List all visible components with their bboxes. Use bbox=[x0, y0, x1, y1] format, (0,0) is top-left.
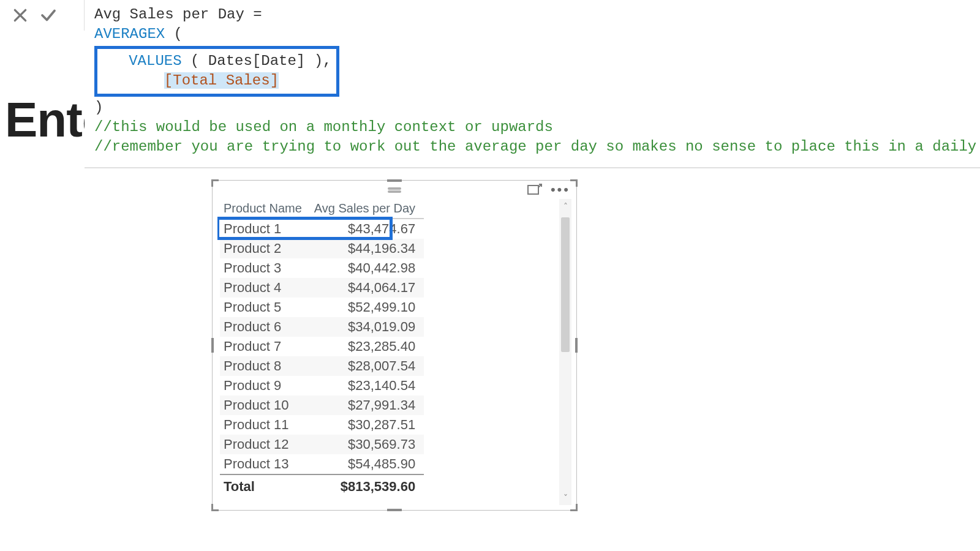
cell-product-name: Product 5 bbox=[220, 298, 311, 317]
scroll-up-arrow-icon[interactable]: ˄ bbox=[564, 199, 568, 214]
cell-product-name: Product 8 bbox=[220, 356, 311, 376]
cell-avg-sales: $43,474.67 bbox=[311, 219, 424, 239]
table-row[interactable]: Product 4$44,064.17 bbox=[220, 278, 424, 298]
background-heading: Ente bbox=[5, 92, 85, 148]
cell-avg-sales: $40,442.98 bbox=[311, 258, 424, 278]
cell-avg-sales: $30,569.73 bbox=[311, 435, 424, 454]
comment-line-1: //this would be used on a monthly contex… bbox=[94, 119, 553, 135]
table-row[interactable]: Product 3$40,442.98 bbox=[220, 258, 424, 278]
cell-avg-sales: $44,064.17 bbox=[311, 278, 424, 298]
total-label: Total bbox=[220, 474, 311, 497]
func-values: VALUES bbox=[129, 53, 181, 69]
table-header-row: Product Name Avg Sales per Day bbox=[220, 199, 424, 219]
more-options-icon[interactable]: ••• bbox=[551, 183, 570, 197]
total-value: $813,539.60 bbox=[311, 474, 424, 497]
focus-mode-icon[interactable] bbox=[527, 184, 542, 196]
cell-product-name: Product 2 bbox=[220, 239, 311, 258]
cancel-icon[interactable] bbox=[12, 7, 28, 23]
visual-header-actions: ••• bbox=[527, 183, 570, 197]
table-area: Product Name Avg Sales per Day Product 1… bbox=[217, 199, 559, 505]
table-row[interactable]: Product 1$43,474.67 bbox=[220, 219, 424, 239]
cell-product-name: Product 10 bbox=[220, 395, 311, 415]
scroll-thumb[interactable] bbox=[561, 217, 570, 352]
comment-line-2: //remember you are trying to work out th… bbox=[94, 138, 980, 155]
cell-product-name: Product 7 bbox=[220, 337, 311, 356]
measure-ref: [Total Sales] bbox=[164, 72, 279, 89]
formula-text[interactable]: Avg Sales per Day = AVERAGEX ( VALUES ( … bbox=[94, 5, 970, 157]
col-header-product[interactable]: Product Name bbox=[220, 199, 311, 219]
table-row[interactable]: Product 2$44,196.34 bbox=[220, 239, 424, 258]
cell-avg-sales: $30,287.51 bbox=[311, 415, 424, 435]
cell-avg-sales: $34,019.09 bbox=[311, 317, 424, 337]
func-averagex: AVERAGEX bbox=[94, 26, 165, 42]
drag-handle-icon[interactable] bbox=[388, 187, 401, 190]
cell-product-name: Product 6 bbox=[220, 317, 311, 337]
cell-product-name: Product 1 bbox=[220, 219, 311, 239]
vertical-scrollbar[interactable]: ˄ ˅ bbox=[559, 199, 571, 505]
cell-product-name: Product 9 bbox=[220, 376, 311, 395]
cell-product-name: Product 13 bbox=[220, 454, 311, 474]
cell-avg-sales: $44,196.34 bbox=[311, 239, 424, 258]
resize-handle-bottom[interactable] bbox=[387, 509, 402, 511]
formula-toolbar bbox=[0, 0, 85, 31]
cell-avg-sales: $28,007.54 bbox=[311, 356, 424, 376]
table-row[interactable]: Product 9$23,140.54 bbox=[220, 376, 424, 395]
scroll-down-arrow-icon[interactable]: ˅ bbox=[564, 490, 568, 505]
table-row[interactable]: Product 12$30,569.73 bbox=[220, 435, 424, 454]
visual-body: Product Name Avg Sales per Day Product 1… bbox=[217, 199, 571, 505]
commit-icon[interactable] bbox=[39, 6, 58, 24]
cell-avg-sales: $27,991.34 bbox=[311, 395, 424, 415]
formula-bar[interactable]: Avg Sales per Day = AVERAGEX ( VALUES ( … bbox=[85, 0, 980, 168]
visual-header: ••• bbox=[213, 181, 576, 199]
cell-product-name: Product 3 bbox=[220, 258, 311, 278]
data-table: Product Name Avg Sales per Day Product 1… bbox=[220, 199, 424, 497]
cell-product-name: Product 11 bbox=[220, 415, 311, 435]
resize-handle-right[interactable] bbox=[575, 338, 578, 353]
table-row[interactable]: Product 6$34,019.09 bbox=[220, 317, 424, 337]
cell-product-name: Product 4 bbox=[220, 278, 311, 298]
cell-avg-sales: $23,140.54 bbox=[311, 376, 424, 395]
table-row[interactable]: Product 13$54,485.90 bbox=[220, 454, 424, 474]
cell-avg-sales: $52,499.10 bbox=[311, 298, 424, 317]
table-visual[interactable]: ••• Product Name Avg Sales per Day Produ… bbox=[212, 180, 577, 511]
table-row[interactable]: Product 11$30,287.51 bbox=[220, 415, 424, 435]
cell-avg-sales: $54,485.90 bbox=[311, 454, 424, 474]
cell-avg-sales: $23,285.40 bbox=[311, 337, 424, 356]
table-row[interactable]: Product 5$52,499.10 bbox=[220, 298, 424, 317]
cell-product-name: Product 12 bbox=[220, 435, 311, 454]
col-header-avg[interactable]: Avg Sales per Day bbox=[311, 199, 424, 219]
resize-handle-left[interactable] bbox=[211, 338, 214, 353]
table-row[interactable]: Product 8$28,007.54 bbox=[220, 356, 424, 376]
highlighted-code-block: VALUES ( Dates[Date] ), [Total Sales] bbox=[94, 46, 339, 97]
table-row[interactable]: Product 10$27,991.34 bbox=[220, 395, 424, 415]
table-total-row: Total $813,539.60 bbox=[220, 474, 424, 497]
svg-rect-0 bbox=[528, 186, 538, 194]
table-row[interactable]: Product 7$23,285.40 bbox=[220, 337, 424, 356]
measure-name: Avg Sales per Day bbox=[94, 6, 244, 23]
